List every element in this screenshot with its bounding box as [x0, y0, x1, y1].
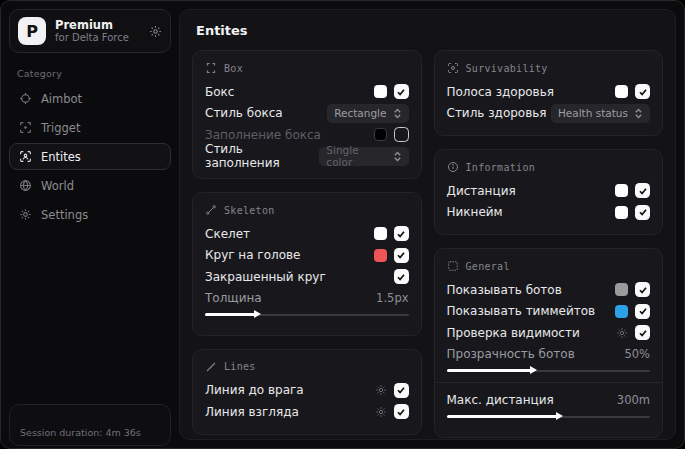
- color-swatch[interactable]: [615, 184, 628, 197]
- sidebar-item-entites[interactable]: Entites: [9, 143, 171, 170]
- sidebar-item-label: World: [41, 179, 74, 193]
- color-swatch[interactable]: [615, 206, 628, 219]
- sidebar-item-aimbot[interactable]: Aimbot: [9, 85, 171, 112]
- color-swatch[interactable]: [374, 227, 387, 240]
- checkbox-unchecked[interactable]: [394, 127, 409, 142]
- scan-dot-icon: [447, 62, 459, 74]
- setting-label: Полоса здоровья: [447, 85, 554, 99]
- card-title: Skeleton: [224, 205, 275, 216]
- fill-style-dropdown[interactable]: Single color: [319, 147, 408, 166]
- health-style-dropdown[interactable]: Health status: [551, 104, 650, 123]
- color-swatch[interactable]: [615, 283, 628, 296]
- color-swatch[interactable]: [374, 249, 387, 262]
- checkbox-checked[interactable]: [394, 404, 409, 419]
- premium-header: P Premium for Delta Force: [9, 9, 171, 53]
- checkbox-checked[interactable]: [394, 226, 409, 241]
- checkbox-checked[interactable]: [394, 248, 409, 263]
- general-card: General Показывать ботов Показывать тимм…: [434, 248, 664, 438]
- color-swatch[interactable]: [615, 85, 628, 98]
- head-circle-row: Круг на голове: [205, 245, 409, 267]
- setting-label: Прозрачность ботов: [447, 347, 575, 361]
- filled-circle-row: Закрашенный круг: [205, 266, 409, 288]
- line-settings-gear-icon[interactable]: [375, 406, 387, 418]
- setting-label: Стиль бокса: [205, 106, 283, 120]
- premium-title: Premium: [55, 18, 140, 32]
- checkbox-checked[interactable]: [394, 269, 409, 284]
- session-box: Session duration: 4m 36s: [9, 404, 171, 446]
- sidebar-item-label: Aimbot: [41, 92, 82, 106]
- sidebar-nav: Aimbot Trigget Entites World: [9, 85, 171, 228]
- checkbox-checked[interactable]: [394, 383, 409, 398]
- header-gear-icon[interactable]: [149, 25, 162, 38]
- thickness-slider[interactable]: [205, 310, 409, 320]
- box-card: Box Бокс Стиль бокса Rectangle: [192, 50, 422, 179]
- health-style-row: Стиль здоровья Health status: [447, 103, 651, 125]
- unfold-icon: [634, 108, 643, 119]
- setting-label: Закрашенный круг: [205, 270, 326, 284]
- visibility-settings-gear-icon[interactable]: [616, 327, 628, 339]
- checkbox-checked[interactable]: [635, 282, 650, 297]
- unfold-icon: [393, 108, 402, 119]
- trigger-scope-icon: [19, 121, 32, 134]
- card-title: Lines: [224, 361, 256, 372]
- line-settings-gear-icon[interactable]: [375, 384, 387, 396]
- app-logo: P: [18, 17, 46, 45]
- checkbox-checked[interactable]: [635, 325, 650, 340]
- box-style-dropdown[interactable]: Rectangle: [327, 104, 408, 123]
- skeleton-card: Skeleton Скелет Круг на голове: [192, 192, 422, 336]
- checkbox-checked[interactable]: [635, 205, 650, 220]
- bot-opacity-row: Прозрачность ботов 50%: [447, 344, 651, 364]
- sidebar-item-settings[interactable]: Settings: [9, 201, 171, 228]
- card-title: General: [466, 261, 510, 272]
- bot-opacity-slider[interactable]: [447, 366, 651, 376]
- checkbox-checked[interactable]: [635, 84, 650, 99]
- setting-label: Показывать тиммейтов: [447, 304, 596, 318]
- right-column: Survivability Полоса здоровья Стиль здор…: [434, 50, 664, 438]
- max-distance-row: Макс. дистанция 300m: [447, 390, 651, 410]
- sidebar-item-label: Trigget: [41, 121, 80, 135]
- checkbox-checked[interactable]: [635, 304, 650, 319]
- slider-thumb[interactable]: [556, 412, 563, 420]
- setting-label: Никнейм: [447, 205, 503, 219]
- session-duration: Session duration: 4m 36s: [20, 427, 141, 438]
- info-icon: [447, 161, 459, 173]
- box-style-row: Стиль бокса Rectangle: [205, 103, 409, 125]
- color-swatch[interactable]: [374, 85, 387, 98]
- fill-style-row: Стиль заполнения Single color: [205, 146, 409, 168]
- information-card: Information Дистанция Никнейм: [434, 149, 664, 235]
- checkbox-checked[interactable]: [394, 84, 409, 99]
- lines-card: Lines Линия до врага Линия взгляда: [192, 349, 422, 435]
- sidebar-item-world[interactable]: World: [9, 172, 171, 199]
- show-teammates-row: Показывать тиммейтов: [447, 301, 651, 323]
- divider: [435, 382, 663, 383]
- color-swatch[interactable]: [374, 128, 387, 141]
- slider-thumb[interactable]: [530, 366, 537, 374]
- left-column: Box Бокс Стиль бокса Rectangle: [192, 50, 422, 438]
- crosshair-icon: [19, 92, 32, 105]
- page-title: Entites: [196, 23, 663, 38]
- nickname-row: Никнейм: [447, 202, 651, 224]
- premium-subtitle: for Delta Force: [55, 32, 140, 45]
- unfold-icon: [393, 151, 402, 162]
- bone-icon: [205, 204, 217, 216]
- dropdown-value: Single color: [326, 144, 386, 168]
- sidebar-item-trigget[interactable]: Trigget: [9, 114, 171, 141]
- checkbox-checked[interactable]: [635, 183, 650, 198]
- setting-label: Линия до врага: [205, 383, 304, 397]
- skeleton-enable-row: Скелет: [205, 223, 409, 245]
- box-enable-row: Бокс: [205, 81, 409, 103]
- setting-label: Показывать ботов: [447, 283, 562, 297]
- entities-scan-icon: [19, 150, 32, 163]
- dropdown-value: Health status: [558, 107, 628, 119]
- health-bar-row: Полоса здоровья: [447, 81, 651, 103]
- setting-label: Линия взгляда: [205, 405, 299, 419]
- thickness-row: Толщина 1.5px: [205, 288, 409, 308]
- max-distance-slider[interactable]: [447, 412, 651, 422]
- main-panel: Entites Box Бокс: [179, 9, 676, 440]
- slider-thumb[interactable]: [254, 310, 261, 318]
- app-window: P Premium for Delta Force Category Aimbo…: [0, 0, 685, 449]
- color-swatch[interactable]: [615, 305, 628, 318]
- card-title: Survivability: [466, 63, 548, 74]
- view-line-row: Линия взгляда: [205, 401, 409, 423]
- dropdown-value: Rectangle: [334, 107, 386, 119]
